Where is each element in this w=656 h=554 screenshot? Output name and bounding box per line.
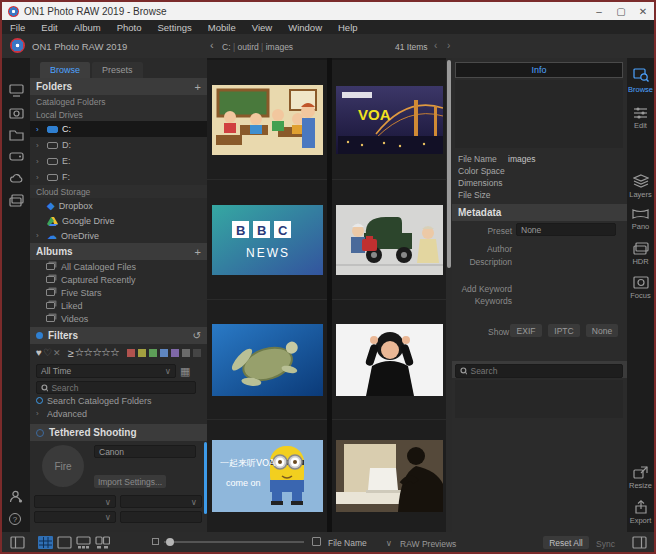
menu-edit[interactable]: Edit (33, 22, 65, 33)
compare-view-icon[interactable] (95, 536, 110, 549)
expand-icon[interactable]: › (36, 125, 43, 134)
minimize-button[interactable]: – (588, 3, 610, 19)
folders-header[interactable]: Folders + (30, 78, 207, 95)
color-swatch-blue[interactable] (160, 349, 168, 357)
expand-icon[interactable]: › (36, 231, 43, 240)
module-edit[interactable]: Edit (627, 106, 654, 130)
calendar-icon[interactable]: ▦ (180, 365, 190, 378)
thumbnail-size-slider[interactable] (164, 541, 304, 543)
tab-browse[interactable]: Browse (40, 62, 90, 78)
prev-arrow-icon[interactable]: ‹ (434, 40, 437, 51)
photos-stack-icon[interactable] (9, 194, 24, 207)
camera-model-field[interactable]: Canon (94, 445, 196, 458)
thumbnail-man-laptop[interactable] (332, 420, 446, 532)
cataloged-folders-label[interactable]: Cataloged Folders (30, 95, 207, 108)
tether-dropdown-4[interactable] (120, 511, 202, 523)
drive-row-d[interactable]: › D: (30, 137, 207, 153)
maximize-button[interactable]: ▢ (610, 3, 632, 19)
close-button[interactable]: ✕ (632, 3, 654, 19)
sort-checkbox[interactable] (312, 537, 321, 546)
reset-filters-icon[interactable]: ↺ (193, 330, 201, 341)
color-swatch-purple[interactable] (171, 349, 179, 357)
expand-icon[interactable]: › (36, 173, 43, 182)
metadata-header[interactable]: Metadata (452, 204, 627, 221)
add-album-button[interactable]: + (195, 246, 201, 258)
exif-button[interactable]: EXIF (510, 324, 542, 337)
thumbnail-minion-voa[interactable]: 一起来听VOA come on (207, 420, 327, 532)
module-hdr[interactable]: HDR (627, 242, 654, 266)
thumbnail-sea-turtle[interactable] (207, 300, 327, 420)
none-button[interactable]: None (586, 324, 618, 337)
thumbnail-woman-covering-ears[interactable] (332, 300, 446, 420)
color-swatch-gray[interactable] (182, 349, 190, 357)
album-row[interactable]: Captured Recently (30, 273, 207, 286)
color-swatch-red[interactable] (127, 349, 135, 357)
filmstrip-view-icon[interactable] (76, 536, 91, 549)
tether-dropdown-1[interactable]: ∨ (34, 495, 116, 508)
color-swatch-none[interactable] (193, 349, 201, 357)
thumbnail-car-cartoon[interactable] (332, 180, 446, 300)
keyword-search-box[interactable] (455, 364, 623, 378)
breadcrumb-back-icon[interactable]: ‹ (210, 39, 214, 51)
sync-button[interactable]: Sync (596, 539, 615, 549)
module-browse[interactable]: Browse (627, 68, 654, 94)
next-arrow-icon[interactable]: › (447, 40, 450, 51)
filters-header[interactable]: Filters ↺ (30, 327, 207, 344)
color-swatch-green[interactable] (149, 349, 157, 357)
fire-button[interactable]: Fire (42, 445, 84, 487)
album-row[interactable]: Five Stars (30, 286, 207, 299)
search-cataloged-toggle[interactable]: Search Cataloged Folders (30, 394, 207, 407)
user-icon[interactable] (9, 490, 24, 504)
star-rating-filter[interactable]: ☆☆☆☆☆ (75, 346, 119, 359)
date-range-dropdown[interactable]: All Time ∨ (36, 364, 176, 378)
color-swatch-yellow[interactable] (138, 349, 146, 357)
preset-dropdown[interactable]: None (516, 223, 616, 236)
grid-scrollbar-thumb[interactable] (447, 60, 451, 268)
module-pano[interactable]: Pano (627, 208, 654, 231)
module-export[interactable]: Export (627, 500, 654, 525)
sidebar-toggle-icon[interactable] (10, 536, 25, 549)
album-row[interactable]: Liked (30, 299, 207, 312)
dislike-filter-icon[interactable]: ♡ (43, 347, 52, 358)
albums-header[interactable]: Albums + (30, 243, 207, 260)
module-layers[interactable]: Layers (627, 174, 654, 199)
camera-icon[interactable] (9, 106, 24, 119)
filter-search-box[interactable] (36, 381, 196, 394)
tether-dropdown-2[interactable]: ∨ (120, 495, 202, 508)
menu-photo[interactable]: Photo (109, 22, 150, 33)
panel-toggle-icon[interactable] (632, 536, 647, 549)
expand-icon[interactable]: › (36, 141, 43, 150)
menu-album[interactable]: Album (66, 22, 109, 33)
menu-view[interactable]: View (244, 22, 280, 33)
monitor-icon[interactable] (9, 84, 24, 97)
cloud-row-onedrive[interactable]: › ☁ OneDrive (30, 228, 207, 243)
module-resize[interactable]: Resize (627, 466, 654, 490)
album-row[interactable]: All Cataloged Files (30, 260, 207, 273)
tethered-shooting-header[interactable]: Tethered Shooting (30, 424, 207, 441)
tab-presets[interactable]: Presets (92, 62, 143, 78)
menu-settings[interactable]: Settings (149, 22, 199, 33)
breadcrumb-folder[interactable]: outird (237, 42, 258, 52)
module-focus[interactable]: Focus (627, 276, 654, 300)
menu-mobile[interactable]: Mobile (200, 22, 244, 33)
menu-help[interactable]: Help (330, 22, 366, 33)
info-tab[interactable]: Info (455, 62, 623, 78)
ge-filter[interactable]: ≥ (67, 347, 73, 359)
expand-icon[interactable]: › (36, 157, 43, 166)
grid-view-icon[interactable] (38, 536, 53, 549)
reject-filter-icon[interactable]: ✕ (53, 348, 61, 358)
detail-view-icon[interactable] (57, 536, 72, 549)
help-icon[interactable]: ? (9, 513, 21, 525)
reset-all-button[interactable]: Reset All (543, 536, 589, 549)
menu-file[interactable]: File (2, 22, 33, 33)
drive-icon[interactable] (9, 150, 24, 163)
keyword-search-input[interactable] (470, 366, 618, 376)
cloud-row-dropbox[interactable]: ◆ Dropbox (30, 198, 207, 213)
iptc-button[interactable]: IPTC (548, 324, 580, 337)
like-filter-icon[interactable]: ♥ (36, 347, 42, 358)
thumbnail-classroom-cartoon[interactable] (207, 60, 327, 180)
raw-previews-label[interactable]: RAW Previews (400, 539, 456, 549)
breadcrumb-subfolder[interactable]: images (266, 42, 293, 52)
breadcrumb-drive[interactable]: C: (222, 42, 231, 52)
add-folder-button[interactable]: + (195, 81, 201, 93)
